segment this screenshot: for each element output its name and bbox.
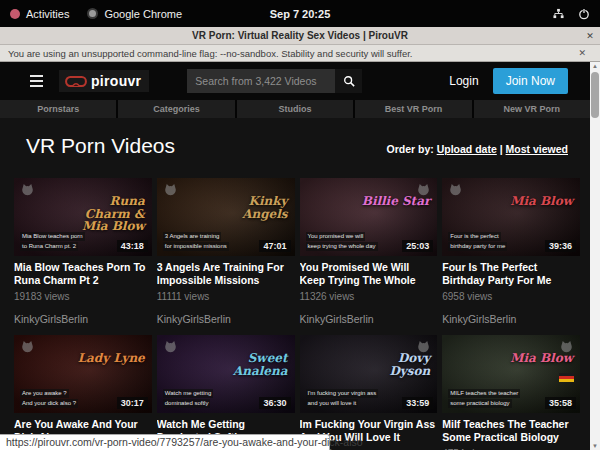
order-most-viewed-link[interactable]: Most viewed [506,143,568,155]
video-grid: Runa Charm & Mia Blow Mia Blow teaches p… [14,178,580,450]
power-icon[interactable] [578,8,590,20]
thumb-overlay-name: Runa Charm & Mia Blow [75,195,145,233]
order-by: Order by: Upload date | Most viewed [386,143,568,155]
thumb-caption: Four is the perfectbirthday party for me [448,232,507,251]
infobar-message: You are using an unsupported command-lin… [8,48,572,59]
order-upload-date-link[interactable]: Upload date [437,143,497,155]
duration-badge: 36:30 [259,397,290,409]
search-button[interactable] [335,69,362,93]
thumb-caption: Watch me gettingdominated softly [163,389,213,408]
search-input[interactable] [187,69,335,93]
screen: Activities Google Chrome Sep 7 20:25 VR … [0,0,600,450]
thumb-caption: Mia Blow teaches pornto Runa Charm pt. 2 [20,232,85,251]
activities-icon [10,9,20,19]
chrome-infobar: You are using an unsupported command-lin… [0,45,600,62]
duration-badge: 39:36 [545,240,576,252]
login-link[interactable]: Login [449,74,478,88]
activities-button[interactable]: Activities [10,8,69,20]
status-bar-url: https://pirouvr.com/vr-porn-video/779325… [0,434,330,450]
video-title[interactable]: Mia Blow Teaches Porn To Runa Charm Pt 2 [14,261,152,287]
video-thumbnail[interactable]: Sweet Analena Watch me gettingdominated … [157,335,295,413]
video-card: Dovy Dyson I'm fucking your virgin assan… [300,335,438,450]
join-now-button[interactable]: Join Now [493,68,568,94]
duration-badge: 47:01 [259,240,290,252]
scrollbar-up-icon[interactable]: ▲ [590,63,600,69]
thumb-overlay-name: Sweet Analena [218,352,288,377]
main-nav: Pornstars Categories Studios Best VR Por… [0,100,590,118]
chrome-icon [87,8,98,19]
video-studio-link[interactable]: KinkyGirlsBerlin [300,313,438,326]
video-card: Billie Star You promised we willkeep try… [300,178,438,326]
site-logo[interactable]: pirouvr [59,70,149,92]
duration-badge: 43:18 [117,240,148,252]
app-menu-button[interactable]: Google Chrome [87,8,182,20]
video-studio-link[interactable]: KinkyGirlsBerlin [442,313,580,326]
video-views: 11111 views [157,291,295,302]
thumb-overlay-name: Dovy Dyson [360,352,430,377]
nav-item-categories[interactable]: Categories [118,100,234,118]
video-card: Mia Blow Four is the perfectbirthday par… [442,178,580,326]
video-thumbnail[interactable]: Runa Charm & Mia Blow Mia Blow teaches p… [14,178,152,256]
video-card: Runa Charm & Mia Blow Mia Blow teaches p… [14,178,152,326]
window-close-icon[interactable]: ✕ [580,31,600,41]
nav-item-pornstars[interactable]: Pornstars [0,100,116,118]
video-card: Sweet Analena Watch me gettingdominated … [157,335,295,450]
studio-logo-icon [20,339,35,358]
video-title[interactable]: 3 Angels Are Training For Impossible Mis… [157,261,295,287]
video-title[interactable]: Four Is The Perfect Birthday Party For M… [442,261,580,287]
video-views: 19183 views [14,291,152,302]
video-card: Mia Blow MILF teaches the teachersome pr… [442,335,580,450]
video-card: Lady Lyne Are you awake ?And your dick a… [14,335,152,450]
order-by-label: Order by: [386,143,433,155]
video-thumbnail[interactable]: Dovy Dyson I'm fucking your virgin assan… [300,335,438,413]
site-header: pirouvr Login Join Now [0,62,590,100]
video-thumbnail[interactable]: Billie Star You promised we willkeep try… [300,178,438,256]
video-thumbnail[interactable]: Mia Blow MILF teaches the teachersome pr… [442,335,580,413]
studio-logo-icon [20,182,35,201]
app-menu-label: Google Chrome [104,8,182,20]
nav-item-best-vr[interactable]: Best VR Porn [355,100,471,118]
thumb-caption: Are you awake ?And your dick also ? [20,389,78,408]
studio-logo-icon [163,182,178,201]
menu-icon[interactable] [30,75,43,88]
thumb-caption: You promised we willkeep trying the whol… [306,232,378,251]
duration-badge: 33:59 [402,397,433,409]
video-thumbnail[interactable]: Mia Blow Four is the perfectbirthday par… [442,178,580,256]
thumb-caption: MILF teaches the teachersome practical b… [448,389,520,408]
thumb-overlay-name: Mia Blow [510,352,573,365]
video-studio-link[interactable]: KinkyGirlsBerlin [157,313,295,326]
web-page: pirouvr Login Join Now Pornstars Categor… [0,62,600,450]
window-title: VR Porn: Virtual Reality Sex Videos | Pi… [20,30,580,41]
nav-item-studios[interactable]: Studios [237,100,353,118]
studio-logo-icon [163,339,178,358]
video-card: Kinky Angels 3 Angels are trainingfor im… [157,178,295,326]
flag-icon [559,373,574,382]
video-views: 11326 views [300,291,438,302]
activities-label: Activities [26,8,69,20]
thumb-overlay-name: Mia Blow [510,195,573,208]
site-logo-text: pirouvr [91,73,141,89]
duration-badge: 35:58 [545,397,576,409]
studio-logo-icon [448,182,463,201]
thumb-overlay-name: Billie Star [362,195,431,208]
nav-item-new-vr[interactable]: New VR Porn [474,100,590,118]
video-views: 6958 views [442,291,580,302]
scrollbar-down-icon[interactable]: ▼ [590,443,600,449]
vr-goggles-icon [65,76,87,87]
infobar-close-icon[interactable]: ✕ [572,48,592,58]
content: VR Porn Videos Order by: Upload date | M… [0,118,590,450]
thumb-overlay-name: Lady Lyne [78,352,145,365]
video-thumbnail[interactable]: Lady Lyne Are you awake ?And your dick a… [14,335,152,413]
video-title[interactable]: You Promised We Will Keep Trying The Who… [300,261,438,287]
duration-badge: 25:03 [402,240,433,252]
thumb-caption: 3 Angels are trainingfor impossible miss… [163,232,229,251]
video-thumbnail[interactable]: Kinky Angels 3 Angels are trainingfor im… [157,178,295,256]
video-studio-link[interactable]: KinkyGirlsBerlin [14,313,152,326]
system-bar: Activities Google Chrome Sep 7 20:25 [0,0,600,27]
window-titlebar: VR Porn: Virtual Reality Sex Videos | Pi… [0,27,600,45]
network-icon[interactable] [553,8,564,19]
scrollbar-thumb[interactable] [591,72,599,118]
scrollbar[interactable]: ▲ ▼ [590,62,600,450]
search-icon [343,75,355,87]
video-title[interactable]: Milf Teaches The Teacher Some Practical … [442,418,580,444]
